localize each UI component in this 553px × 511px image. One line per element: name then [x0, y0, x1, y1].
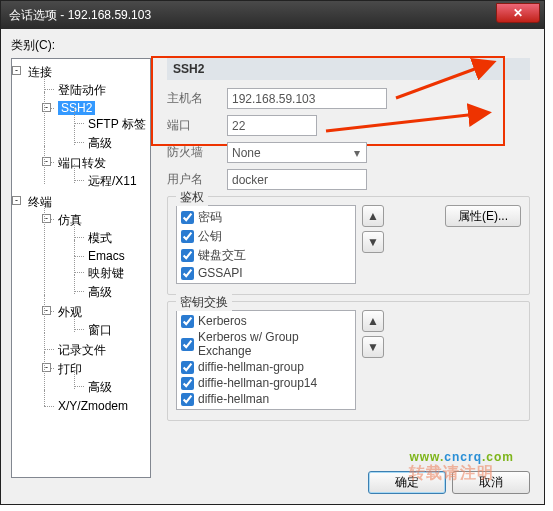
tree-node-remotex11[interactable]: 远程/X11 [88, 174, 137, 188]
category-label: 类别(C): [11, 37, 534, 54]
titlebar[interactable]: 会话选项 - 192.168.59.103 ✕ [1, 1, 544, 29]
tree-node-login[interactable]: 登陆动作 [58, 83, 106, 97]
expand-toggle-icon[interactable]: - [42, 157, 51, 166]
firewall-label: 防火墙 [167, 144, 227, 161]
list-item: 键盘交互 [179, 246, 353, 265]
ok-button[interactable]: 确定 [368, 471, 446, 494]
auth-checkbox[interactable] [181, 211, 194, 224]
tree-node-emacs[interactable]: Emacs [88, 249, 125, 263]
tree-node-print-adv[interactable]: 高级 [88, 380, 112, 394]
expand-toggle-icon[interactable]: - [42, 103, 51, 112]
hostname-label: 主机名 [167, 90, 227, 107]
kex-checkbox[interactable] [181, 315, 194, 328]
move-up-button[interactable]: ▲ [362, 310, 384, 332]
tree-node-terminal[interactable]: 终端 [28, 195, 52, 209]
cancel-button[interactable]: 取消 [452, 471, 530, 494]
window-title: 会话选项 - 192.168.59.103 [9, 7, 151, 24]
kex-checkbox[interactable] [181, 393, 194, 406]
kex-title: 密钥交换 [176, 294, 232, 311]
auth-title: 鉴权 [176, 189, 208, 206]
tree-node-print[interactable]: 打印 [58, 362, 82, 376]
session-options-dialog: 会话选项 - 192.168.59.103 ✕ 类别(C): - 连接 登陆动作… [0, 0, 545, 505]
list-item: 密码 [179, 208, 353, 227]
expand-toggle-icon[interactable]: - [12, 66, 21, 75]
auth-checkbox[interactable] [181, 230, 194, 243]
tree-node-connection[interactable]: 连接 [28, 65, 52, 79]
list-item: GSSAPI [179, 265, 353, 281]
move-up-button[interactable]: ▲ [362, 205, 384, 227]
expand-toggle-icon[interactable]: - [42, 214, 51, 223]
tree-node-mode[interactable]: 模式 [88, 231, 112, 245]
list-item: diffie-hellman-group14 [179, 375, 353, 391]
category-tree[interactable]: - 连接 登陆动作 - SSH2 SFTP 标签 高级 [11, 58, 151, 478]
tree-node-emulation[interactable]: 仿真 [58, 213, 82, 227]
list-item: Kerberos [179, 313, 353, 329]
tree-node-advanced[interactable]: 高级 [88, 136, 112, 150]
tree-node-appearance[interactable]: 外观 [58, 305, 82, 319]
tree-node-window[interactable]: 窗口 [88, 323, 112, 337]
tree-node-mapkeys[interactable]: 映射键 [88, 266, 124, 280]
tree-node-xyz[interactable]: X/Y/Zmodem [58, 399, 128, 413]
tree-node-logfile[interactable]: 记录文件 [58, 343, 106, 357]
kex-checkbox[interactable] [181, 361, 194, 374]
auth-group: 鉴权 密码 公钥 键盘交互 GSSAPI ▲ ▼ 属性(E)... [167, 196, 530, 295]
tree-node-sftp[interactable]: SFTP 标签 [88, 117, 146, 131]
properties-button[interactable]: 属性(E)... [445, 205, 521, 227]
expand-toggle-icon[interactable]: - [42, 363, 51, 372]
port-input[interactable] [227, 115, 317, 136]
triangle-down-icon: ▼ [367, 235, 379, 249]
triangle-up-icon: ▲ [367, 209, 379, 223]
panel-heading: SSH2 [167, 58, 530, 80]
triangle-up-icon: ▲ [367, 314, 379, 328]
kex-checkbox[interactable] [181, 377, 194, 390]
move-down-button[interactable]: ▼ [362, 231, 384, 253]
username-label: 用户名 [167, 171, 227, 188]
expand-toggle-icon[interactable]: - [42, 306, 51, 315]
list-item: 公钥 [179, 227, 353, 246]
expand-toggle-icon[interactable]: - [12, 196, 21, 205]
kex-group: 密钥交换 Kerberos Kerberos w/ Group Exchange… [167, 301, 530, 421]
close-icon: ✕ [513, 6, 523, 20]
list-item: diffie-hellman-group [179, 359, 353, 375]
kex-checkbox[interactable] [181, 338, 194, 351]
auth-checkbox[interactable] [181, 249, 194, 262]
kex-listbox[interactable]: Kerberos Kerberos w/ Group Exchange diff… [176, 310, 356, 410]
tree-node-adv[interactable]: 高级 [88, 285, 112, 299]
firewall-select[interactable]: None [227, 142, 367, 163]
hostname-input[interactable] [227, 88, 387, 109]
username-input[interactable] [227, 169, 367, 190]
settings-panel: SSH2 主机名 端口 防火墙 None 用户名 [161, 58, 534, 478]
tree-node-portforward[interactable]: 端口转发 [58, 156, 106, 170]
close-button[interactable]: ✕ [496, 3, 540, 23]
list-item: Kerberos w/ Group Exchange [179, 329, 353, 359]
tree-node-ssh2[interactable]: SSH2 [58, 101, 95, 115]
list-item: diffie-hellman [179, 391, 353, 407]
move-down-button[interactable]: ▼ [362, 336, 384, 358]
port-label: 端口 [167, 117, 227, 134]
auth-listbox[interactable]: 密码 公钥 键盘交互 GSSAPI [176, 205, 356, 284]
auth-checkbox[interactable] [181, 267, 194, 280]
triangle-down-icon: ▼ [367, 340, 379, 354]
